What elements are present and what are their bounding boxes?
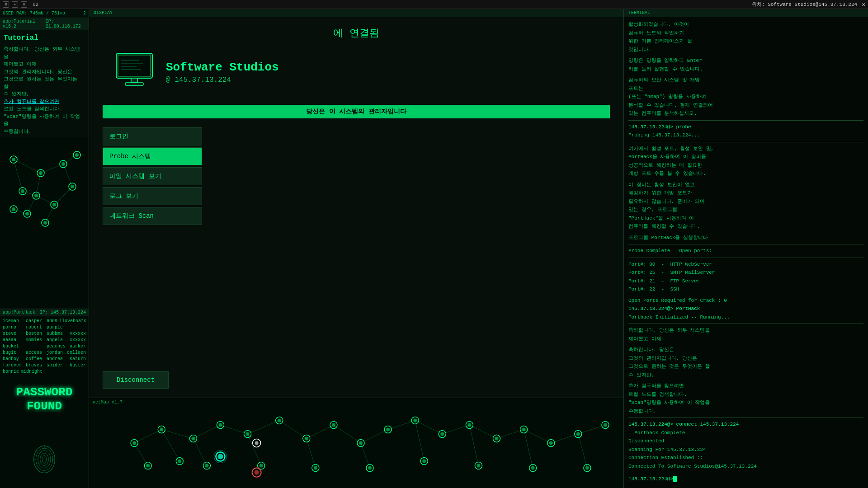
terminal-line: 활성화되었습니다. 이것이 bbox=[628, 21, 863, 28]
app-porthack-bar: app:PortHack IP: 145.37.13.224 bbox=[0, 309, 89, 316]
svg-point-28 bbox=[75, 153, 79, 157]
tutorial-highlight-link[interactable]: 추가 컴퓨터를 찾으려면 bbox=[4, 99, 59, 104]
svg-point-26 bbox=[52, 203, 56, 206]
terminal-line: Port#: 22 - SSH bbox=[628, 286, 863, 293]
svg-point-104 bbox=[467, 423, 471, 427]
terminal-line: PortHack을 사용하여 이 장비를 bbox=[628, 153, 863, 161]
terminal-line: 것입니다. bbox=[628, 46, 863, 54]
terminal-cmd-porthack: 145.37.13.224@> PortHack bbox=[628, 305, 863, 313]
terminal-cmd-connect: 145.37.13.224@> connect 145.37.13.224 bbox=[628, 421, 863, 428]
svg-point-22 bbox=[71, 185, 74, 188]
window-icon-2[interactable]: ✦ bbox=[12, 1, 18, 8]
password-found-text: PASSWORD FOUND bbox=[16, 385, 73, 413]
settings-icon[interactable]: ⚙ bbox=[21, 1, 27, 8]
terminal-line: Connection Established :: bbox=[628, 454, 863, 462]
menu-items: 로그인 Probe 시스템 파일 시스템 보기 로그 보기 네트워크 Scan bbox=[103, 127, 202, 225]
computer-icon-area: Software Studios @ 145.37.13.224 bbox=[103, 44, 610, 100]
svg-point-96 bbox=[359, 441, 363, 445]
menu-logs[interactable]: 로그 보기 bbox=[103, 187, 202, 205]
svg-point-82 bbox=[160, 427, 163, 431]
system-ip: @ 145.37.13.224 bbox=[166, 76, 279, 84]
svg-point-80 bbox=[132, 441, 136, 445]
terminal-line: 컴퓨터를 해킹할 수 있습니다. bbox=[628, 223, 863, 230]
top-bar-icons: ⊠ ✦ ⚙ 62 bbox=[3, 1, 38, 8]
terminal-line: 있는 경우, 프로그램 bbox=[628, 206, 863, 214]
menu-login[interactable]: 로그인 bbox=[103, 127, 202, 145]
ram-label: USED RAM: 746mb / 761mb bbox=[3, 11, 65, 16]
top-bar-counter: 62 bbox=[33, 2, 38, 7]
ram-info: USED RAM: 746mb / 761mb 2 bbox=[0, 9, 89, 18]
middle-panel: DISPLAY 에 연결됨 bbox=[89, 9, 624, 488]
terminal-line: 해킹하기 위한 개방 포트가 bbox=[628, 189, 863, 197]
mini-network bbox=[0, 137, 89, 309]
terminal-line: 축하합니다. 당신은 외부 시스템을 bbox=[628, 327, 863, 334]
terminal-line: 성공적으로 해킹하는 데 필요한 bbox=[628, 162, 863, 169]
menu-probe[interactable]: Probe 시스템 bbox=[103, 147, 202, 165]
disconnect-button[interactable]: Disconnect bbox=[103, 371, 169, 389]
terminal-line: 추가 컴퓨터를 찾으려면 bbox=[628, 382, 863, 390]
svg-point-88 bbox=[246, 432, 250, 436]
terminal-line: 그것의 관리자입니다. 당신은 bbox=[628, 355, 863, 362]
window-icon-1[interactable]: ⊠ bbox=[3, 1, 9, 8]
terminal-line: 있는 컴퓨터를 분석하십시오. bbox=[628, 110, 863, 117]
display-header: DISPLAY bbox=[89, 9, 623, 17]
svg-point-120 bbox=[205, 464, 208, 468]
svg-point-94 bbox=[332, 423, 335, 427]
terminal-line: 컴퓨터의 보안 시스템 및 개방 bbox=[628, 76, 863, 84]
fingerprint-icon bbox=[28, 443, 60, 479]
terminal-line: 여기에서 활성 포트, 활성 보안 및, bbox=[628, 145, 863, 153]
svg-rect-50 bbox=[125, 83, 143, 85]
terminal-divider bbox=[628, 258, 863, 258]
svg-point-122 bbox=[259, 464, 263, 468]
svg-point-102 bbox=[440, 432, 444, 436]
terminal-line: --Porthack Complete-- bbox=[628, 429, 863, 437]
tutorial-title: Tutorial bbox=[0, 30, 89, 44]
close-button[interactable]: ✕ bbox=[862, 1, 865, 8]
terminal-line: 개방 포트 수를 볼 수 있습니다. bbox=[628, 170, 863, 178]
terminal-line: 그것으로 원하는 것은 무엇이든 할 bbox=[628, 363, 863, 371]
system-info: Software Studios @ 145.37.13.224 bbox=[166, 61, 279, 84]
terminal-line: 위한 기본 인터페이스가 될 bbox=[628, 38, 863, 45]
svg-point-90 bbox=[278, 418, 281, 422]
terminal-line: 키를 눌러 실행할 수 있습니다. bbox=[628, 66, 863, 73]
svg-point-84 bbox=[191, 436, 195, 440]
app-tutorial-ip: IP: 21.80.116.172 bbox=[46, 19, 86, 29]
menu-filesystem[interactable]: 파일 시스템 보기 bbox=[103, 167, 202, 185]
svg-point-32 bbox=[25, 212, 29, 216]
app-porthack-ip: IP: 145.37.13.224 bbox=[40, 310, 86, 315]
terminal-divider bbox=[628, 418, 863, 418]
terminal-line: 필요하지 않습니다. 준비가 되어 bbox=[628, 198, 863, 206]
terminal-line: 축하합니다. 당신은 bbox=[628, 346, 863, 354]
svg-point-139 bbox=[255, 470, 259, 475]
svg-point-38 bbox=[40, 453, 49, 466]
svg-rect-44 bbox=[118, 55, 151, 76]
terminal-line: 수 있지만, bbox=[628, 371, 863, 379]
svg-point-128 bbox=[422, 460, 426, 463]
terminal-line: Disconnected bbox=[628, 437, 863, 445]
main-layout: USED RAM: 746mb / 761mb 2 app:Tutorial v… bbox=[0, 9, 868, 488]
menu-network-scan[interactable]: 네트워크 Scan bbox=[103, 207, 202, 225]
svg-point-86 bbox=[218, 423, 222, 427]
tutorial-text: 축하합니다. 당신은 외부 시스템을제어했고 이제그것의 관리자입니다. 당신은… bbox=[0, 44, 89, 137]
terminal-line: "PortHack"을 사용하여 이 bbox=[628, 215, 863, 222]
disconnect-area: Disconnect bbox=[89, 367, 623, 398]
svg-point-16 bbox=[39, 171, 42, 175]
svg-point-24 bbox=[21, 189, 24, 193]
app-tutorial-bar: app:Tutorial v16.2 IP: 21.80.116.172 bbox=[0, 18, 89, 30]
terminal-line: Probe Complete - Open ports: bbox=[628, 247, 863, 255]
app-tutorial-label: app:Tutorial v16.2 bbox=[3, 19, 46, 29]
terminal-line: 컴퓨터 노드와 작업하기 bbox=[628, 29, 863, 37]
terminal-line: 수행합니다. bbox=[628, 408, 863, 415]
terminal-line: Port#: 25 - SMTP MailServer bbox=[628, 269, 863, 277]
terminal-divider bbox=[628, 324, 863, 324]
left-panel: USED RAM: 746mb / 761mb 2 app:Tutorial v… bbox=[0, 9, 89, 488]
netmap-section: netMap v1.7 bbox=[89, 398, 623, 488]
connected-label: 에 연결됨 bbox=[103, 26, 610, 40]
svg-point-39 bbox=[42, 455, 46, 463]
terminal-input-area: 145.37.13.224@> bbox=[628, 475, 863, 483]
svg-point-126 bbox=[368, 466, 372, 470]
svg-point-118 bbox=[178, 460, 181, 463]
svg-point-114 bbox=[604, 423, 607, 427]
right-panel: TERMINAL 활성화되었습니다. 이것이 컴퓨터 노드와 작업하기 위한 기… bbox=[624, 9, 868, 488]
svg-point-92 bbox=[305, 436, 308, 440]
